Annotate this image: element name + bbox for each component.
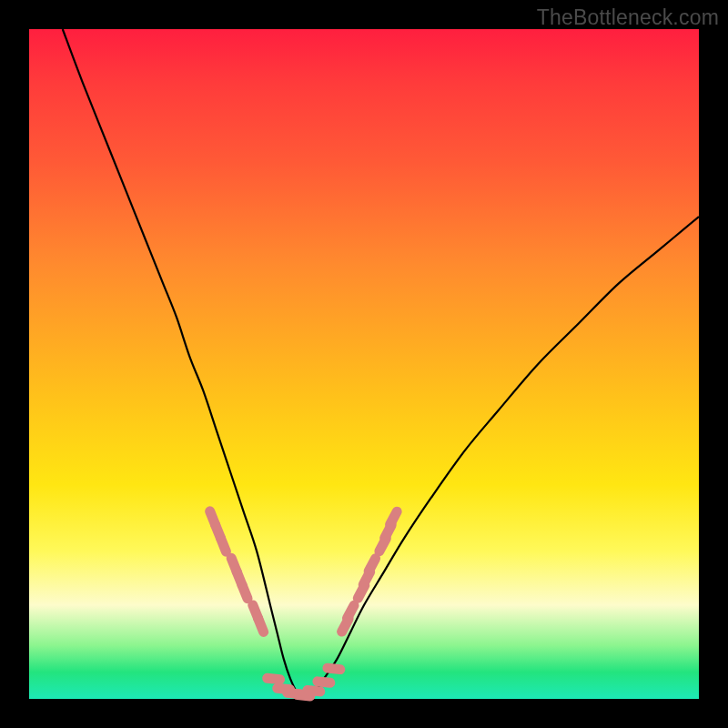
marker-group	[210, 511, 397, 696]
marker-segment	[328, 668, 340, 669]
marker-segment	[268, 678, 280, 679]
marker-segment	[258, 619, 264, 632]
marker-segment	[308, 690, 320, 691]
plot-area	[29, 29, 699, 699]
marker-segment	[369, 559, 376, 571]
marker-segment	[390, 511, 398, 524]
watermark-text: TheBottleneck.com	[537, 5, 719, 30]
marker-segment	[348, 605, 355, 618]
bottleneck-curve	[63, 29, 699, 697]
chart-frame: TheBottleneck.com	[0, 0, 728, 728]
chart-svg	[29, 29, 699, 699]
marker-segment	[242, 585, 248, 599]
marker-segment	[220, 538, 226, 551]
marker-segment	[318, 682, 330, 682]
